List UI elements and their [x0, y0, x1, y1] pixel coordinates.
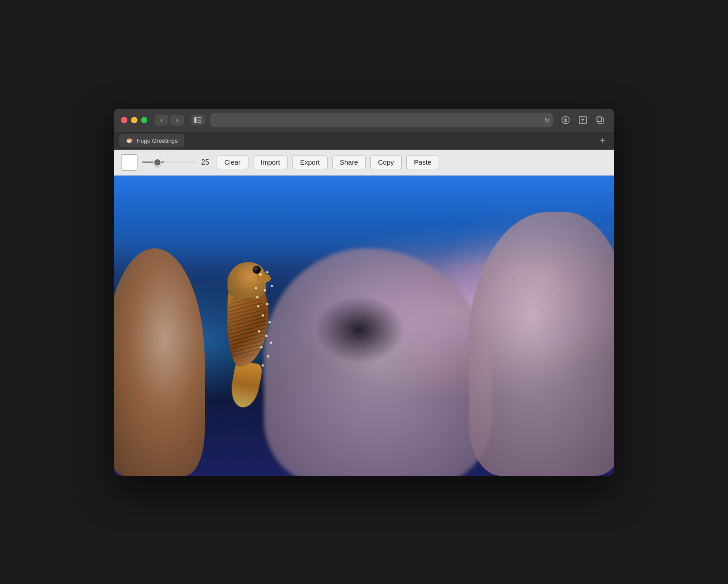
- fish: [205, 257, 287, 412]
- back-icon: ‹: [161, 116, 163, 124]
- download-icon: [561, 116, 570, 124]
- back-button[interactable]: ‹: [155, 115, 168, 126]
- forward-icon: ›: [176, 116, 178, 124]
- sidebar-icon: [194, 117, 202, 123]
- reload-button[interactable]: ↻: [544, 116, 550, 124]
- copy-button[interactable]: Copy: [370, 155, 402, 169]
- svg-rect-2: [197, 120, 202, 121]
- duplicate-button[interactable]: [593, 113, 607, 127]
- app-toolbar: 25 Clear Import Export Share Copy Paste: [114, 150, 614, 176]
- color-picker[interactable]: [121, 154, 137, 171]
- svg-rect-3: [197, 122, 202, 123]
- brush-size-label: 25: [201, 158, 212, 166]
- url-input[interactable]: tomayac.github.io: [210, 113, 553, 127]
- import-button[interactable]: Import: [253, 155, 288, 169]
- forward-button[interactable]: ›: [170, 115, 184, 126]
- duplicate-icon: [596, 116, 604, 124]
- minimize-button[interactable]: [131, 117, 137, 123]
- share-icon: [579, 116, 587, 124]
- reload-icon: ↻: [544, 116, 550, 124]
- traffic-lights: [121, 117, 147, 123]
- browser-actions: [559, 113, 607, 127]
- export-button[interactable]: Export: [292, 155, 327, 169]
- maximize-button[interactable]: [141, 117, 147, 123]
- fish-background: [114, 176, 614, 476]
- title-bar: ‹ › tomayac.github.io ↻: [114, 109, 614, 132]
- coral-left: [114, 248, 205, 476]
- svg-rect-1: [197, 117, 202, 118]
- drawing-canvas[interactable]: [114, 176, 614, 476]
- sidebar-toggle-button[interactable]: [191, 115, 205, 126]
- clear-button[interactable]: Clear: [217, 155, 248, 169]
- active-tab[interactable]: 🐡 Fugu Greetings: [119, 134, 184, 147]
- close-button[interactable]: [121, 117, 127, 123]
- brush-size-slider[interactable]: [142, 161, 197, 163]
- tab-title: Fugu Greetings: [137, 137, 178, 144]
- fish-dots: [230, 264, 273, 369]
- svg-rect-7: [597, 117, 602, 121]
- nav-buttons: ‹ ›: [155, 115, 184, 126]
- svg-rect-0: [194, 117, 197, 123]
- browser-window: ‹ › tomayac.github.io ↻: [114, 109, 614, 476]
- tab-favicon: 🐡: [126, 137, 133, 144]
- download-button[interactable]: [559, 113, 572, 127]
- tab-bar: 🐡 Fugu Greetings +: [114, 132, 614, 150]
- new-tab-button[interactable]: +: [596, 134, 609, 147]
- paste-button[interactable]: Paste: [406, 155, 439, 169]
- url-bar-wrap: tomayac.github.io ↻: [210, 113, 553, 127]
- share-drawing-button[interactable]: Share: [332, 155, 366, 169]
- share-button[interactable]: [576, 113, 590, 127]
- dark-spot: [314, 296, 405, 364]
